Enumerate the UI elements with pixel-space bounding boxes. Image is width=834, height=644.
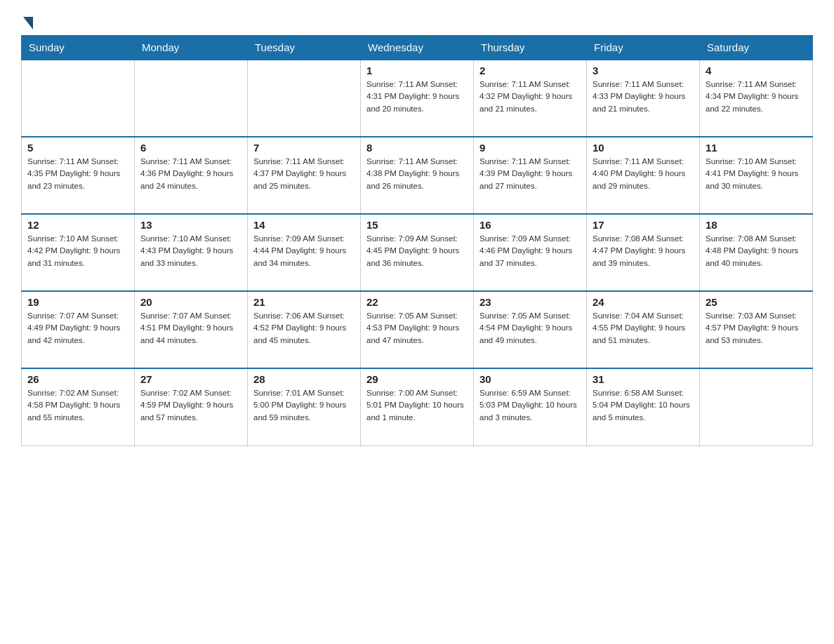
- day-info: Sunrise: 7:11 AM Sunset: 4:38 PM Dayligh…: [366, 156, 468, 192]
- calendar-cell: 12Sunrise: 7:10 AM Sunset: 4:42 PM Dayli…: [22, 214, 135, 291]
- day-number: 27: [140, 373, 241, 385]
- day-info: Sunrise: 7:05 AM Sunset: 4:53 PM Dayligh…: [366, 310, 468, 347]
- week-row-3: 12Sunrise: 7:10 AM Sunset: 4:42 PM Dayli…: [22, 214, 813, 291]
- day-number: 7: [253, 142, 355, 154]
- day-number: 13: [140, 219, 241, 231]
- day-info: Sunrise: 7:00 AM Sunset: 5:01 PM Dayligh…: [366, 387, 468, 424]
- day-info: Sunrise: 7:06 AM Sunset: 4:52 PM Dayligh…: [253, 310, 355, 347]
- day-info: Sunrise: 7:03 AM Sunset: 4:57 PM Dayligh…: [706, 310, 807, 347]
- day-number: 24: [593, 296, 694, 308]
- calendar-cell: 25Sunrise: 7:03 AM Sunset: 4:57 PM Dayli…: [700, 291, 813, 368]
- calendar-cell: 4Sunrise: 7:11 AM Sunset: 4:34 PM Daylig…: [700, 60, 813, 137]
- day-info: Sunrise: 7:10 AM Sunset: 4:41 PM Dayligh…: [706, 156, 807, 192]
- calendar-cell: [22, 60, 135, 137]
- page-header: [21, 14, 813, 28]
- day-number: 9: [479, 142, 581, 154]
- day-number: 29: [366, 373, 468, 385]
- day-number: 21: [253, 296, 355, 308]
- day-info: Sunrise: 6:59 AM Sunset: 5:03 PM Dayligh…: [479, 387, 581, 424]
- calendar-cell: 6Sunrise: 7:11 AM Sunset: 4:36 PM Daylig…: [135, 137, 248, 214]
- day-info: Sunrise: 7:11 AM Sunset: 4:39 PM Dayligh…: [479, 156, 581, 192]
- day-info: Sunrise: 7:11 AM Sunset: 4:32 PM Dayligh…: [479, 79, 581, 115]
- day-info: Sunrise: 7:10 AM Sunset: 4:42 PM Dayligh…: [27, 233, 128, 269]
- week-row-2: 5Sunrise: 7:11 AM Sunset: 4:35 PM Daylig…: [22, 137, 813, 214]
- day-info: Sunrise: 7:02 AM Sunset: 4:58 PM Dayligh…: [27, 387, 128, 424]
- calendar-cell: 26Sunrise: 7:02 AM Sunset: 4:58 PM Dayli…: [22, 368, 135, 445]
- calendar-cell: 9Sunrise: 7:11 AM Sunset: 4:39 PM Daylig…: [474, 137, 587, 214]
- week-row-4: 19Sunrise: 7:07 AM Sunset: 4:49 PM Dayli…: [22, 291, 813, 368]
- column-header-monday: Monday: [135, 36, 248, 60]
- column-header-friday: Friday: [587, 36, 700, 60]
- day-number: 23: [479, 296, 581, 308]
- day-number: 6: [140, 142, 241, 154]
- day-number: 31: [593, 373, 694, 385]
- day-info: Sunrise: 7:11 AM Sunset: 4:34 PM Dayligh…: [706, 79, 807, 115]
- column-header-sunday: Sunday: [22, 36, 135, 60]
- day-number: 2: [479, 65, 581, 76]
- calendar-cell: 1Sunrise: 7:11 AM Sunset: 4:31 PM Daylig…: [361, 60, 474, 137]
- day-number: 25: [706, 296, 807, 308]
- day-number: 4: [706, 65, 807, 76]
- calendar-cell: 17Sunrise: 7:08 AM Sunset: 4:47 PM Dayli…: [587, 214, 700, 291]
- calendar-cell: 22Sunrise: 7:05 AM Sunset: 4:53 PM Dayli…: [361, 291, 474, 368]
- column-header-saturday: Saturday: [700, 36, 813, 60]
- day-number: 19: [27, 296, 128, 308]
- column-header-thursday: Thursday: [474, 36, 587, 60]
- day-info: Sunrise: 7:07 AM Sunset: 4:49 PM Dayligh…: [27, 310, 128, 347]
- calendar-cell: 19Sunrise: 7:07 AM Sunset: 4:49 PM Dayli…: [22, 291, 135, 368]
- day-info: Sunrise: 7:04 AM Sunset: 4:55 PM Dayligh…: [593, 310, 694, 347]
- day-number: 30: [479, 373, 581, 385]
- day-info: Sunrise: 7:11 AM Sunset: 4:40 PM Dayligh…: [593, 156, 694, 192]
- calendar-cell: 7Sunrise: 7:11 AM Sunset: 4:37 PM Daylig…: [248, 137, 361, 214]
- day-info: Sunrise: 7:01 AM Sunset: 5:00 PM Dayligh…: [253, 387, 355, 424]
- calendar-header-row: SundayMondayTuesdayWednesdayThursdayFrid…: [22, 36, 813, 60]
- week-row-1: 1Sunrise: 7:11 AM Sunset: 4:31 PM Daylig…: [22, 60, 813, 137]
- column-header-tuesday: Tuesday: [248, 36, 361, 60]
- logo: [21, 14, 33, 28]
- calendar-cell: [248, 60, 361, 137]
- day-number: 1: [366, 65, 468, 76]
- calendar-cell: [700, 368, 813, 445]
- calendar-cell: 8Sunrise: 7:11 AM Sunset: 4:38 PM Daylig…: [361, 137, 474, 214]
- day-info: Sunrise: 7:10 AM Sunset: 4:43 PM Dayligh…: [140, 233, 241, 269]
- calendar-cell: 13Sunrise: 7:10 AM Sunset: 4:43 PM Dayli…: [135, 214, 248, 291]
- day-info: Sunrise: 7:11 AM Sunset: 4:35 PM Dayligh…: [27, 156, 128, 192]
- calendar-cell: 14Sunrise: 7:09 AM Sunset: 4:44 PM Dayli…: [248, 214, 361, 291]
- day-info: Sunrise: 7:05 AM Sunset: 4:54 PM Dayligh…: [479, 310, 581, 347]
- day-number: 28: [253, 373, 355, 385]
- calendar-cell: 24Sunrise: 7:04 AM Sunset: 4:55 PM Dayli…: [587, 291, 700, 368]
- logo-arrow-icon: [23, 17, 33, 29]
- day-info: Sunrise: 7:09 AM Sunset: 4:45 PM Dayligh…: [366, 233, 468, 269]
- day-number: 20: [140, 296, 241, 308]
- week-row-5: 26Sunrise: 7:02 AM Sunset: 4:58 PM Dayli…: [22, 368, 813, 445]
- calendar-cell: 31Sunrise: 6:58 AM Sunset: 5:04 PM Dayli…: [587, 368, 700, 445]
- calendar-cell: 5Sunrise: 7:11 AM Sunset: 4:35 PM Daylig…: [22, 137, 135, 214]
- column-header-wednesday: Wednesday: [361, 36, 474, 60]
- calendar-cell: 18Sunrise: 7:08 AM Sunset: 4:48 PM Dayli…: [700, 214, 813, 291]
- day-number: 22: [366, 296, 468, 308]
- day-info: Sunrise: 7:09 AM Sunset: 4:46 PM Dayligh…: [479, 233, 581, 269]
- calendar-cell: 10Sunrise: 7:11 AM Sunset: 4:40 PM Dayli…: [587, 137, 700, 214]
- calendar-cell: 30Sunrise: 6:59 AM Sunset: 5:03 PM Dayli…: [474, 368, 587, 445]
- day-number: 14: [253, 219, 355, 231]
- day-info: Sunrise: 7:08 AM Sunset: 4:48 PM Dayligh…: [706, 233, 807, 269]
- day-number: 12: [27, 219, 128, 231]
- day-number: 26: [27, 373, 128, 385]
- day-info: Sunrise: 7:07 AM Sunset: 4:51 PM Dayligh…: [140, 310, 241, 347]
- day-number: 5: [27, 142, 128, 154]
- calendar-cell: 21Sunrise: 7:06 AM Sunset: 4:52 PM Dayli…: [248, 291, 361, 368]
- calendar-cell: 3Sunrise: 7:11 AM Sunset: 4:33 PM Daylig…: [587, 60, 700, 137]
- calendar-cell: 23Sunrise: 7:05 AM Sunset: 4:54 PM Dayli…: [474, 291, 587, 368]
- day-info: Sunrise: 6:58 AM Sunset: 5:04 PM Dayligh…: [593, 387, 694, 424]
- calendar-cell: 15Sunrise: 7:09 AM Sunset: 4:45 PM Dayli…: [361, 214, 474, 291]
- calendar-cell: 27Sunrise: 7:02 AM Sunset: 4:59 PM Dayli…: [135, 368, 248, 445]
- day-number: 17: [593, 219, 694, 231]
- calendar-cell: 16Sunrise: 7:09 AM Sunset: 4:46 PM Dayli…: [474, 214, 587, 291]
- day-info: Sunrise: 7:09 AM Sunset: 4:44 PM Dayligh…: [253, 233, 355, 269]
- calendar-cell: [135, 60, 248, 137]
- calendar-cell: 20Sunrise: 7:07 AM Sunset: 4:51 PM Dayli…: [135, 291, 248, 368]
- day-number: 8: [366, 142, 468, 154]
- day-number: 11: [706, 142, 807, 154]
- day-number: 3: [593, 65, 694, 76]
- day-number: 15: [366, 219, 468, 231]
